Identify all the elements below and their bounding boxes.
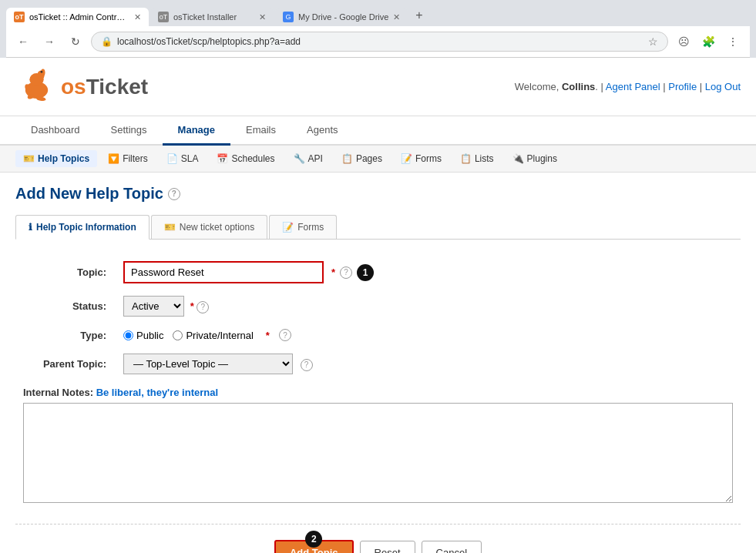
lists-icon: 📋 <box>460 153 472 164</box>
back-button[interactable]: ← <box>12 31 34 52</box>
filter-icon: 🔽 <box>108 153 119 164</box>
notes-textarea[interactable] <box>23 403 733 503</box>
reload-button[interactable]: ↻ <box>65 31 86 52</box>
tab-help-topic-info[interactable]: ℹ Help Topic Information <box>15 215 150 240</box>
browser-tab-2[interactable]: oT osTicket Installer ✕ <box>150 8 274 26</box>
type-public-option[interactable]: Public <box>123 330 163 341</box>
profile-link[interactable]: Profile <box>668 81 697 92</box>
tab-forms[interactable]: 📝 Forms <box>269 215 337 239</box>
pages-icon: 📋 <box>341 153 353 164</box>
status-row: Status: Active Inactive Private * ? <box>15 290 741 323</box>
toolbar-icons: ☹ 🧩 ⋮ <box>673 31 744 52</box>
sla-icon: 📄 <box>166 153 178 164</box>
tab-title-1: osTicket :: Admin Control Panel <box>29 12 129 22</box>
tab-new-ticket-options[interactable]: 🎫 New ticket options <box>151 215 267 239</box>
reset-button[interactable]: Reset <box>360 541 415 553</box>
plugins-icon: 🔌 <box>512 153 524 164</box>
profile-icon[interactable]: ☹ <box>673 31 694 52</box>
step-badge-2: 2 <box>305 531 322 548</box>
sub-nav-plugins[interactable]: 🔌 Plugins <box>505 150 565 167</box>
info-tab-icon: ℹ <box>29 222 32 233</box>
status-help-icon[interactable]: ? <box>197 301 209 313</box>
type-help-icon[interactable]: ? <box>279 329 291 341</box>
tab-close-3[interactable]: ✕ <box>393 12 400 22</box>
sub-nav-help-topics[interactable]: 🎫 Help Topics <box>15 150 97 167</box>
cancel-button[interactable]: Cancel <box>422 541 482 553</box>
settings-icon[interactable]: ⋮ <box>722 31 744 52</box>
extensions-icon[interactable]: 🧩 <box>697 31 719 52</box>
parent-topic-label: Parent Topic: <box>15 347 116 380</box>
type-cell: Public Private/Internal * ? <box>116 323 741 347</box>
browser-tab-3[interactable]: G My Drive - Google Drive ✕ <box>275 8 408 26</box>
add-topic-wrapper: 2 Add Topic <box>274 540 354 553</box>
tab-favicon-1: oT <box>14 12 25 22</box>
tab-title-2: osTicket Installer <box>173 12 237 22</box>
topic-input[interactable] <box>123 261 324 283</box>
nav-dashboard[interactable]: Dashboard <box>15 116 96 144</box>
topic-row: Topic: * ? 1 <box>15 255 741 290</box>
form-actions: 2 Add Topic Reset Cancel <box>15 532 741 553</box>
internal-notes-label: Internal Notes: Be liberal, they're inte… <box>23 387 733 398</box>
browser-toolbar: ← → ↻ 🔒 localhost/osTicket/scp/helptopic… <box>6 26 750 58</box>
browser-tab-1[interactable]: oT osTicket :: Admin Control Panel ✕ <box>6 8 149 26</box>
forms-icon: 📝 <box>401 153 412 164</box>
logo-text: osTicket <box>61 75 148 99</box>
page-help-icon[interactable]: ? <box>168 188 180 200</box>
agent-panel-link[interactable]: Agent Panel <box>606 81 660 92</box>
status-cell: Active Inactive Private * ? <box>116 290 741 323</box>
type-radio-group: Public Private/Internal * ? <box>123 329 733 341</box>
type-public-radio[interactable] <box>123 330 133 340</box>
tab-favicon-2: oT <box>158 12 169 22</box>
nav-emails[interactable]: Emails <box>230 116 291 144</box>
address-bar[interactable]: 🔒 localhost/osTicket/scp/helptopics.php?… <box>91 32 668 52</box>
status-select[interactable]: Active Inactive Private <box>123 296 184 317</box>
tab-favicon-3: G <box>283 12 294 22</box>
step-badge-1: 1 <box>357 264 374 281</box>
internal-notes-hint: Be liberal, they're internal <box>96 387 218 398</box>
sub-nav: 🎫 Help Topics 🔽 Filters 📄 SLA 📅 Schedule… <box>0 146 756 173</box>
tab-close-1[interactable]: ✕ <box>134 12 141 22</box>
sub-nav-lists[interactable]: 📋 Lists <box>452 150 502 167</box>
app-container: osTicket Welcome, Collins. | Agent Panel… <box>0 58 756 553</box>
bookmark-icon[interactable]: ☆ <box>648 35 658 48</box>
status-label: Status: <box>15 290 116 323</box>
nav-manage[interactable]: Manage <box>163 116 230 146</box>
app-header: osTicket Welcome, Collins. | Agent Panel… <box>0 58 756 116</box>
api-icon: 🔧 <box>294 153 305 164</box>
logo-area: osTicket <box>15 65 148 108</box>
sub-nav-forms[interactable]: 📝 Forms <box>393 150 449 167</box>
content-area: Add New Help Topic ? ℹ Help Topic Inform… <box>0 173 756 553</box>
forms-tab-icon: 📝 <box>282 222 294 233</box>
tab-title-3: My Drive - Google Drive <box>298 12 388 22</box>
ticket-tab-icon: 🎫 <box>164 222 176 233</box>
internal-notes-section: Internal Notes: Be liberal, they're inte… <box>15 380 741 516</box>
type-label: Type: <box>15 323 116 347</box>
page-title: Add New Help Topic ? <box>15 185 741 203</box>
ticket-icon: 🎫 <box>23 153 35 164</box>
parent-topic-select[interactable]: — Top-Level Topic — <box>123 354 293 374</box>
browser-chrome: oT osTicket :: Admin Control Panel ✕ oT … <box>0 0 756 58</box>
sub-nav-sla[interactable]: 📄 SLA <box>159 150 207 167</box>
type-private-radio[interactable] <box>173 330 183 340</box>
address-url: localhost/osTicket/scp/helptopics.php?a=… <box>117 36 643 47</box>
lock-icon: 🔒 <box>101 36 113 47</box>
new-tab-button[interactable]: + <box>409 5 428 26</box>
forward-button[interactable]: → <box>39 31 60 52</box>
tab-close-2[interactable]: ✕ <box>259 12 266 22</box>
type-private-option[interactable]: Private/Internal <box>173 330 253 341</box>
topic-label: Topic: <box>15 255 116 290</box>
nav-settings[interactable]: Settings <box>96 116 163 144</box>
topic-required: * <box>331 266 335 278</box>
type-row: Type: Public Private/Internal * ? <box>15 323 741 347</box>
parent-topic-help-icon[interactable]: ? <box>301 359 313 371</box>
form-table: Topic: * ? 1 Status: Active Inactive <box>15 255 741 380</box>
topic-help-icon[interactable]: ? <box>340 266 352 279</box>
status-required: * <box>190 300 194 312</box>
parent-topic-cell: — Top-Level Topic — ? <box>116 347 741 380</box>
sub-nav-pages[interactable]: 📋 Pages <box>334 150 390 167</box>
sub-nav-schedules[interactable]: 📅 Schedules <box>209 150 282 167</box>
nav-agents[interactable]: Agents <box>291 116 353 144</box>
sub-nav-api[interactable]: 🔧 API <box>286 150 331 167</box>
sub-nav-filters[interactable]: 🔽 Filters <box>100 150 156 167</box>
logout-link[interactable]: Log Out <box>705 81 741 92</box>
